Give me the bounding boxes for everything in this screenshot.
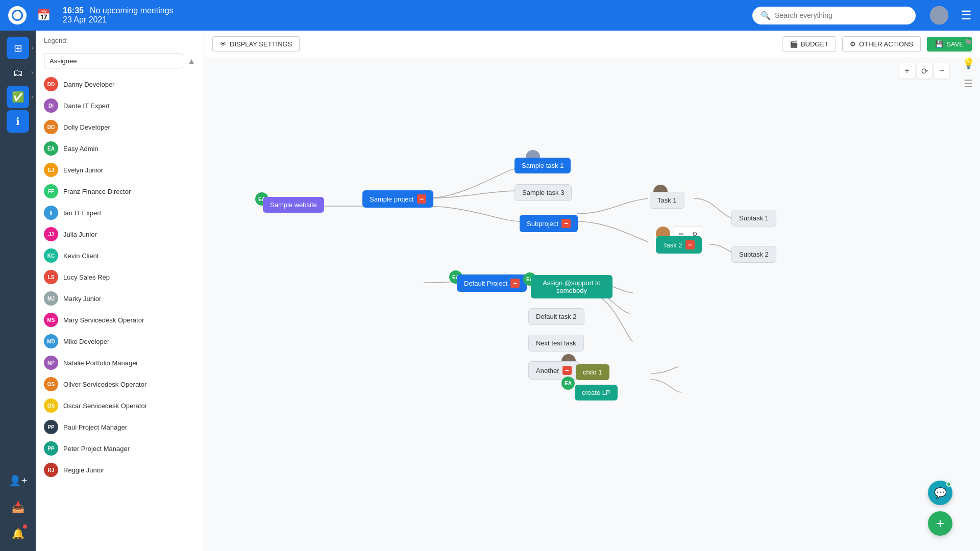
legend-avatar: NP [44,356,58,370]
legend-avatar: OS [44,398,58,413]
legend-item[interactable]: LS Lucy Sales Rep [36,266,204,288]
assignee-select[interactable]: Assignee [44,54,183,68]
legend-item-name: Peter Project Manager [63,445,130,453]
sidebar-item-tasks[interactable]: ✅ › [7,86,29,108]
node-subproject[interactable]: Subproject − [520,215,578,232]
legend-avatar: KC [44,248,58,263]
legend-item[interactable]: MD Mike Developer [36,331,204,352]
chat-notification-dot [946,482,951,487]
chat-fab[interactable]: 💬 [928,481,952,505]
collapse-default-project[interactable]: − [510,279,520,288]
node-child-1[interactable]: child 1 [576,364,609,380]
sidebar-item-structure[interactable]: 🗂 › [7,61,29,84]
collapse-another[interactable]: − [562,366,572,375]
toolbar: 👁 DISPLAY SETTINGS 🎬 BUDGET ⚙ OTHER ACTI… [204,31,980,58]
legend-item[interactable]: DD Danny Developer [36,73,204,95]
display-settings-icon: 👁 [220,40,227,48]
search-box[interactable]: 🔍 [752,7,916,24]
legend-avatar: RJ [44,463,58,477]
legend-item[interactable]: DD Dolly Developer [36,116,204,138]
node-sample-task-3[interactable]: Sample task 3 [514,184,572,201]
node-create-lp[interactable]: create LP [575,385,618,400]
node-sample-project[interactable]: Sample project − [362,190,433,208]
node-subtask-2[interactable]: Subtask 2 [731,246,776,263]
meeting-status: No upcoming meetings [90,6,174,15]
mindmap-container: EA Sample website Sample project − Sampl… [204,58,980,551]
add-icon: + [936,515,944,532]
zoom-out-button[interactable]: − [934,63,949,79]
user-avatar[interactable] [930,6,948,24]
legend-item[interactable]: JJ Julia Junior [36,223,204,245]
legend-item[interactable]: RJ Reggie Junior [36,459,204,481]
add-user-icon: 👤+ [9,474,28,487]
legend-item[interactable]: DI Dante IT Expert [36,95,204,116]
legend-item-name: Mike Developer [63,338,109,345]
topbar: 📅 16:35 No upcoming meetings 23 Apr 2021… [0,0,980,31]
save-icon: 💾 [935,40,943,48]
node-assign-support[interactable]: Assign @support to somebody [531,275,612,298]
legend-item-name: Julia Junior [63,231,97,238]
sidebar-item-add-user[interactable]: 👤+ [7,469,29,492]
legend-item[interactable]: NP Natalie Portfolio Manager [36,352,204,373]
legend-avatar: MD [44,334,58,348]
canvas-area[interactable]: EA Sample website Sample project − Sampl… [204,58,980,551]
logo[interactable] [8,6,27,24]
legend-item[interactable]: PP Peter Project Manager [36,438,204,459]
node-default-task-2[interactable]: Default task 2 [528,308,584,325]
main-content: Legend: Assignee ▲ DD Danny Developer DI… [36,31,980,551]
legend-avatar: PP [44,441,58,456]
add-fab[interactable]: + [928,511,952,536]
legend-item-name: Danny Developer [63,81,114,88]
budget-icon: 🎬 [790,40,798,48]
search-input[interactable] [775,11,908,19]
display-settings-button[interactable]: 👁 DISPLAY SETTINGS [212,36,300,52]
legend-avatar: JJ [44,227,58,241]
legend-item-name: Reggie Junior [63,466,104,474]
legend-item-name: Mary Servicedesk Operator [63,316,144,324]
legend-item[interactable]: II Ian IT Expert [36,202,204,223]
legend-item-name: Franz Finance Director [63,188,131,195]
budget-button[interactable]: 🎬 BUDGET [782,36,836,52]
legend-avatar: DD [44,120,58,134]
legend-item[interactable]: MS Mary Servicedesk Operator [36,309,204,331]
sidebar-item-alert[interactable]: 🔔 [7,522,29,545]
chat-icon: 💬 [934,487,947,499]
sidebar-item-import[interactable]: 📥 [7,496,29,518]
zoom-reset-button[interactable]: ⟳ [917,63,932,79]
sidebar-item-home[interactable]: ⊞ › [7,37,29,59]
node-subtask-1[interactable]: Subtask 1 [731,210,776,227]
collapse-task-2[interactable]: − [685,240,695,249]
other-actions-button[interactable]: ⚙ OTHER ACTIONS [842,36,921,52]
legend-item[interactable]: OS Oliver Servicedesk Operator [36,373,204,395]
lightbulb-icon[interactable]: 💡 [962,57,975,69]
legend-panel: Legend: Assignee ▲ DD Danny Developer DI… [36,31,204,551]
flag-icon[interactable]: ⚑ [964,37,973,49]
legend-item[interactable]: EA Easy Admin [36,138,204,159]
node-default-project[interactable]: Default Project − [457,274,527,292]
calendar-icon[interactable]: 📅 [37,9,51,22]
legend-item[interactable]: FF Franz Finance Director [36,181,204,202]
meeting-info: 16:35 No upcoming meetings 23 Apr 2021 [63,6,174,24]
node-next-test-task[interactable]: Next test task [528,335,584,352]
legend-item[interactable]: PP Paul Project Manager [36,416,204,438]
collapse-sample-project[interactable]: − [417,194,426,204]
checklist-icon[interactable]: ☰ [964,78,973,90]
node-another[interactable]: Another − [528,361,579,380]
legend-avatar: FF [44,184,58,198]
collapse-subproject[interactable]: − [561,219,571,228]
zoom-in-button[interactable]: + [899,63,915,79]
sidebar-item-info[interactable]: ℹ [7,110,29,133]
legend-avatar: MS [44,313,58,327]
import-icon: 📥 [12,501,24,513]
node-task-2[interactable]: Task 2 − [656,236,702,254]
legend-item[interactable]: KC Kevin Client [36,245,204,266]
collapse-icon[interactable]: ▲ [187,57,195,66]
node-task-1[interactable]: Task 1 [650,192,684,209]
node-sample-task-1[interactable]: Sample task 1 [514,158,571,173]
legend-item[interactable]: MJ Marky Junior [36,288,204,309]
menu-icon[interactable]: ☰ [961,8,972,22]
legend-item-name: Oliver Servicedesk Operator [63,381,146,388]
legend-item[interactable]: OS Oscar Servicedesk Operator [36,395,204,416]
node-sample-website[interactable]: Sample website [263,197,324,213]
legend-item[interactable]: EJ Evelyn Junior [36,159,204,181]
